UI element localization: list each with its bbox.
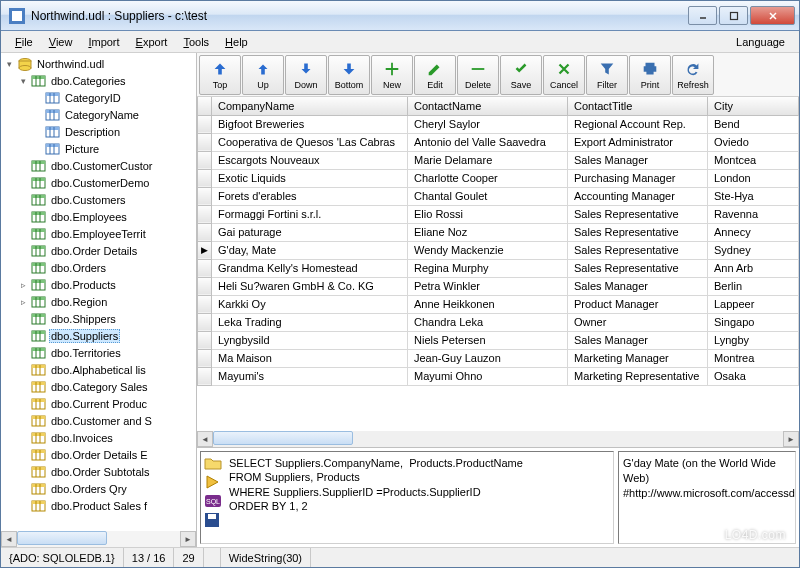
sql-icon[interactable]: SQL (204, 493, 222, 509)
minimize-button[interactable] (688, 6, 717, 25)
cell-title[interactable]: Marketing Representative (568, 367, 708, 385)
tree-table-customer_demo[interactable]: dbo.CustomerDemo (3, 174, 194, 191)
filter-button[interactable]: Filter (586, 55, 628, 95)
scroll-left-icon[interactable]: ◄ (1, 531, 17, 547)
save-icon[interactable] (204, 512, 222, 528)
cell-contact[interactable]: Chantal Goulet (408, 187, 568, 205)
expander-icon[interactable] (17, 415, 29, 427)
grid-hscroll[interactable]: ◄ ► (197, 431, 799, 447)
cell-city[interactable]: Lyngby (708, 331, 799, 349)
tree-table-territories[interactable]: dbo.Territories (3, 344, 194, 361)
expander-icon[interactable] (17, 381, 29, 393)
scroll-thumb[interactable] (17, 531, 107, 545)
cell-company[interactable]: Gai paturage (212, 223, 408, 241)
cell-company[interactable]: Leka Trading (212, 313, 408, 331)
tree-view-alphabetical[interactable]: dbo.Alphabetical lis (3, 361, 194, 378)
scroll-right-icon[interactable]: ► (180, 531, 196, 547)
expander-icon[interactable] (17, 160, 29, 172)
tree-view-orders_qry[interactable]: dbo.Orders Qry (3, 480, 194, 497)
expander-icon[interactable] (17, 364, 29, 376)
table-row[interactable]: Leka TradingChandra LekaOwnerSingapo (198, 313, 799, 331)
cell-title[interactable]: Purchasing Manager (568, 169, 708, 187)
cell-city[interactable]: Ravenna (708, 205, 799, 223)
expander-icon[interactable] (17, 432, 29, 444)
tree-table-products[interactable]: ▹dbo.Products (3, 276, 194, 293)
cell-title[interactable]: Sales Representative (568, 241, 708, 259)
cell-title[interactable]: Owner (568, 313, 708, 331)
tree-view-category_sales[interactable]: dbo.Category Sales (3, 378, 194, 395)
cancel-button[interactable]: Cancel (543, 55, 585, 95)
cell-company[interactable]: Exotic Liquids (212, 169, 408, 187)
cell-title[interactable]: Sales Representative (568, 205, 708, 223)
expander-icon[interactable] (17, 330, 29, 342)
expander-icon[interactable]: ▹ (17, 296, 29, 308)
tree-view-invoices[interactable]: dbo.Invoices (3, 429, 194, 446)
cell-title[interactable]: Sales Representative (568, 259, 708, 277)
tree-table-categories[interactable]: ▾dbo.Categories (3, 72, 194, 89)
cell-city[interactable]: Montcea (708, 151, 799, 169)
down-button[interactable]: Down (285, 55, 327, 95)
cell-city[interactable]: Ste-Hya (708, 187, 799, 205)
tree-col[interactable]: Description (3, 123, 194, 140)
cell-city[interactable]: Singapo (708, 313, 799, 331)
tree-table-employee_territories[interactable]: dbo.EmployeeTerrit (3, 225, 194, 242)
new-button[interactable]: New (371, 55, 413, 95)
cell-company[interactable]: G'day, Mate (212, 241, 408, 259)
cell-contact[interactable]: Eliane Noz (408, 223, 568, 241)
expander-icon[interactable] (31, 92, 43, 104)
column-header-company[interactable]: CompanyName (212, 97, 408, 115)
expander-icon[interactable] (17, 466, 29, 478)
table-row[interactable]: Grandma Kelly's HomesteadRegina MurphySa… (198, 259, 799, 277)
tree-col[interactable]: CategoryID (3, 89, 194, 106)
cell-city[interactable]: London (708, 169, 799, 187)
tree-table-shippers[interactable]: dbo.Shippers (3, 310, 194, 327)
cell-contact[interactable]: Antonio del Valle Saavedra (408, 133, 568, 151)
scroll-left-icon[interactable]: ◄ (197, 431, 213, 447)
delete-button[interactable]: Delete (457, 55, 499, 95)
cell-contact[interactable]: Anne Heikkonen (408, 295, 568, 313)
cell-contact[interactable]: Charlotte Cooper (408, 169, 568, 187)
tree-hscroll[interactable]: ◄ ► (1, 531, 196, 547)
data-grid[interactable]: CompanyName ContactName ContactTitle Cit… (197, 97, 799, 431)
cell-title[interactable]: Sales Representative (568, 223, 708, 241)
cell-title[interactable]: Sales Manager (568, 331, 708, 349)
top-button[interactable]: Top (199, 55, 241, 95)
execute-icon[interactable] (204, 474, 222, 490)
expander-icon[interactable] (17, 398, 29, 410)
menu-view[interactable]: View (41, 34, 81, 50)
table-row[interactable]: Forets d'erablesChantal GouletAccounting… (198, 187, 799, 205)
table-row[interactable]: Gai paturageEliane NozSales Representati… (198, 223, 799, 241)
print-button[interactable]: Print (629, 55, 671, 95)
cell-company[interactable]: Karkki Oy (212, 295, 408, 313)
table-row[interactable]: ▶G'day, MateWendy MackenzieSales Represe… (198, 241, 799, 259)
cell-company[interactable]: Formaggi Fortini s.r.l. (212, 205, 408, 223)
cell-contact[interactable]: Mayumi Ohno (408, 367, 568, 385)
scroll-right-icon[interactable]: ► (783, 431, 799, 447)
tree-col[interactable]: CategoryName (3, 106, 194, 123)
cell-city[interactable]: Osaka (708, 367, 799, 385)
cell-contact[interactable]: Marie Delamare (408, 151, 568, 169)
expander-icon[interactable] (17, 262, 29, 274)
table-row[interactable]: Mayumi'sMayumi OhnoMarketing Representat… (198, 367, 799, 385)
expander-icon[interactable] (31, 126, 43, 138)
cell-contact[interactable]: Niels Petersen (408, 331, 568, 349)
menu-help[interactable]: Help (217, 34, 256, 50)
cell-contact[interactable]: Chandra Leka (408, 313, 568, 331)
cell-company[interactable]: Forets d'erables (212, 187, 408, 205)
cell-title[interactable]: Export Administrator (568, 133, 708, 151)
cell-contact[interactable]: Jean-Guy Lauzon (408, 349, 568, 367)
table-row[interactable]: Formaggi Fortini s.r.l.Elio RossiSales R… (198, 205, 799, 223)
cell-company[interactable]: Mayumi's (212, 367, 408, 385)
tree-col[interactable]: Picture (3, 140, 194, 157)
expander-icon[interactable] (31, 143, 43, 155)
table-row[interactable]: Cooperativa de Quesos 'Las CabrasAntonio… (198, 133, 799, 151)
cell-title[interactable]: Marketing Manager (568, 349, 708, 367)
cell-company[interactable]: Lyngbysild (212, 331, 408, 349)
cell-city[interactable]: Oviedo (708, 133, 799, 151)
scroll-thumb[interactable] (213, 431, 353, 445)
cell-contact[interactable]: Wendy Mackenzie (408, 241, 568, 259)
column-header-title[interactable]: ContactTitle (568, 97, 708, 115)
edit-button[interactable]: Edit (414, 55, 456, 95)
cell-company[interactable]: Escargots Nouveaux (212, 151, 408, 169)
table-row[interactable]: Heli Su?waren GmbH & Co. KGPetra Winkler… (198, 277, 799, 295)
